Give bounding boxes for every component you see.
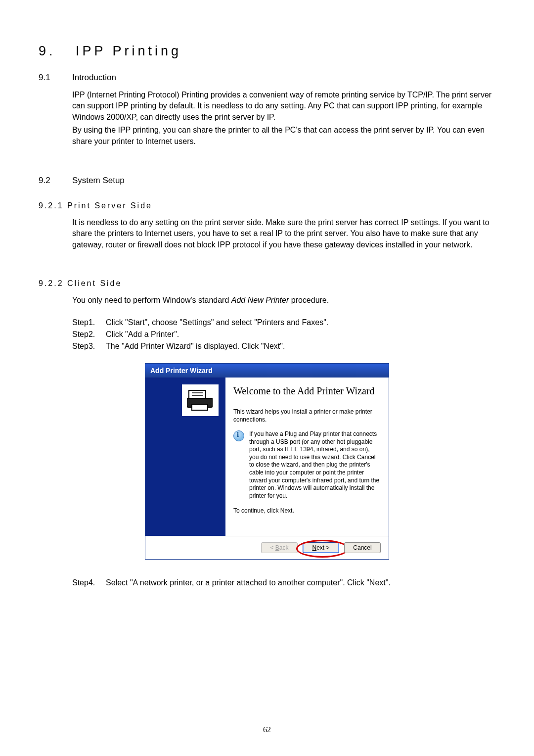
paragraph: IPP (Internet Printing Protocol) Printin… <box>72 90 495 123</box>
paragraph: You only need to perform Window's standa… <box>72 295 495 306</box>
next-button[interactable]: Next > <box>303 542 339 553</box>
step-text: Click "Add a Printer". <box>106 329 179 340</box>
steps-list: Step1. Click "Start", choose "Settings" … <box>72 317 495 352</box>
step-label: Step2. <box>72 329 100 340</box>
text: < <box>270 544 275 551</box>
step-row: Step1. Click "Start", choose "Settings" … <box>72 317 495 328</box>
document-page: 9. IPP Printing 9.1 Introduction IPP (In… <box>0 0 534 756</box>
text: You only need to perform Window's standa… <box>72 296 231 304</box>
text: ext > <box>316 544 329 551</box>
svg-rect-2 <box>192 404 208 410</box>
text-italic: Add New Printer <box>231 296 289 304</box>
section-9-1-body: IPP (Internet Printing Protocol) Printin… <box>72 90 495 147</box>
wizard-info-text: If you have a Plug and Play printer that… <box>249 430 380 500</box>
wizard-sidebar <box>145 378 225 536</box>
subsection-9-2-2-intro: You only need to perform Window's standa… <box>72 295 495 306</box>
text: Cancel <box>353 544 371 551</box>
text-underline: N <box>312 544 316 551</box>
subsection-9-2-1-heading: 9.2.1 Print Server Side <box>39 201 495 210</box>
chapter-number: 9. <box>39 44 56 58</box>
step-text: Click "Start", choose "Settings" and sel… <box>106 317 328 328</box>
step-row: Step4. Select "A network printer, or a p… <box>72 577 495 588</box>
step-text: The "Add Printer Wizard" is displayed. C… <box>106 341 285 352</box>
back-button: < Back <box>261 542 298 553</box>
step-text: Select "A network printer, or a printer … <box>106 577 391 588</box>
section-9-1-heading: 9.1 Introduction <box>39 73 495 83</box>
info-icon <box>233 430 244 441</box>
wizard-body: Welcome to the Add Printer Wizard This w… <box>145 378 389 536</box>
step-row: Step2. Click "Add a Printer". <box>72 329 495 340</box>
wizard-info-block: If you have a Plug and Play printer that… <box>233 430 380 500</box>
wizard-titlebar: Add Printer Wizard <box>145 364 389 378</box>
cancel-button[interactable]: Cancel <box>344 542 381 553</box>
wizard-printer-icon <box>182 384 219 416</box>
wizard-content: Welcome to the Add Printer Wizard This w… <box>225 378 389 536</box>
steps-list-continued: Step4. Select "A network printer, or a p… <box>72 577 495 588</box>
text-underline: B <box>275 544 279 551</box>
chapter-title: 9. IPP Printing <box>39 44 495 59</box>
page-number: 62 <box>0 725 534 734</box>
text: ack <box>279 544 289 551</box>
section-9-2-heading: 9.2 System Setup <box>39 176 495 186</box>
section-title: System Setup <box>72 176 125 186</box>
step-label: Step3. <box>72 341 100 352</box>
wizard-heading: Welcome to the Add Printer Wizard <box>233 385 380 397</box>
step-row: Step3. The "Add Printer Wizard" is displ… <box>72 341 495 352</box>
step-label: Step4. <box>72 577 100 588</box>
printer-icon <box>187 389 213 411</box>
section-title: Introduction <box>72 73 116 83</box>
subsection-9-2-1-body: It is needless to do any setting on the … <box>72 217 495 250</box>
wizard-continue-text: To continue, click Next. <box>233 507 380 515</box>
text: procedure. <box>289 296 329 304</box>
wizard-intro-text: This wizard helps you install a printer … <box>233 408 380 424</box>
add-printer-wizard-dialog: Add Printer Wizard Welcom <box>145 363 389 560</box>
paragraph: It is needless to do any setting on the … <box>72 217 495 250</box>
step-label: Step1. <box>72 317 100 328</box>
paragraph: By using the IPP printing, you can share… <box>72 125 495 147</box>
section-number: 9.2 <box>39 176 59 186</box>
chapter-name: IPP Printing <box>76 44 181 58</box>
section-number: 9.1 <box>39 73 59 83</box>
wizard-footer: < Back Next > Cancel <box>145 536 389 559</box>
subsection-9-2-2-heading: 9.2.2 Client Side <box>39 279 495 288</box>
